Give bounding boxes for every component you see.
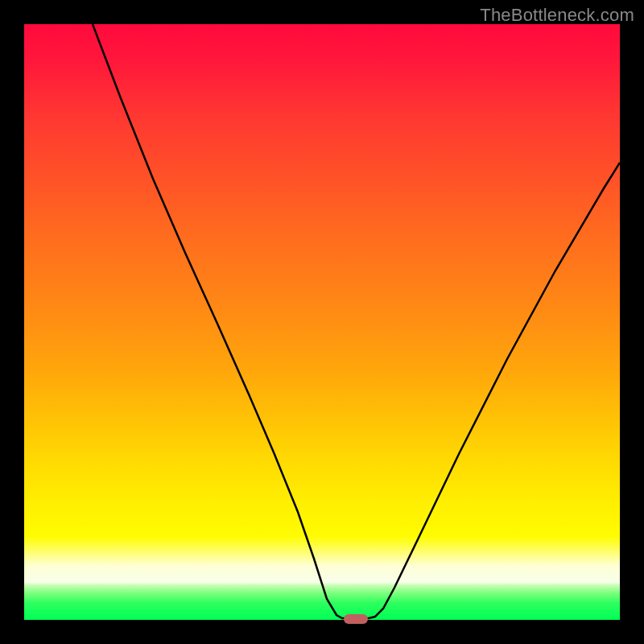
chart-frame: TheBottleneck.com bbox=[0, 0, 644, 644]
curve-svg bbox=[24, 24, 620, 620]
plot-area bbox=[24, 24, 620, 620]
bottleneck-curve bbox=[93, 24, 620, 618]
optimal-marker bbox=[344, 614, 368, 624]
watermark-text: TheBottleneck.com bbox=[480, 5, 634, 26]
